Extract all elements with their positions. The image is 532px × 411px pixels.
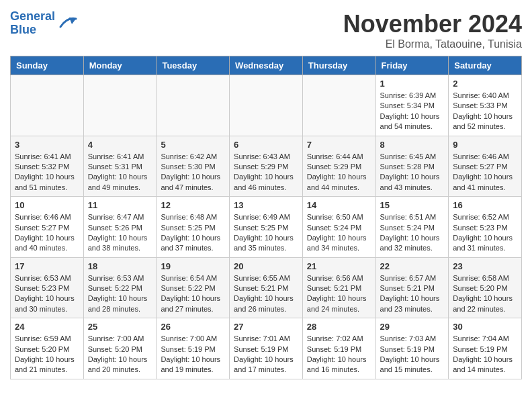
day-number: 10	[15, 200, 79, 210]
day-info: Sunrise: 6:59 AMSunset: 5:20 PMDaylight:…	[15, 334, 79, 375]
day-info: Sunrise: 6:46 AMSunset: 5:27 PMDaylight:…	[453, 152, 517, 193]
day-info: Sunrise: 6:52 AMSunset: 5:23 PMDaylight:…	[453, 212, 517, 254]
calendar-cell: 15Sunrise: 6:51 AMSunset: 5:24 PMDayligh…	[375, 197, 449, 258]
calendar-week-row: 3Sunrise: 6:41 AMSunset: 5:32 PMDaylight…	[11, 136, 522, 197]
day-info: Sunrise: 6:44 AMSunset: 5:29 PMDaylight:…	[307, 152, 371, 193]
day-info: Sunrise: 7:04 AMSunset: 5:19 PMDaylight:…	[453, 334, 517, 375]
day-number: 20	[234, 261, 298, 271]
day-number: 17	[15, 261, 79, 271]
day-info: Sunrise: 6:39 AMSunset: 5:34 PMDaylight:…	[380, 91, 445, 132]
calendar-cell: 3Sunrise: 6:41 AMSunset: 5:32 PMDaylight…	[11, 136, 84, 197]
calendar-week-row: 17Sunrise: 6:53 AMSunset: 5:23 PMDayligh…	[11, 257, 522, 318]
title-area: November 2024 El Borma, Tataouine, Tunis…	[343, 10, 522, 50]
calendar-cell: 14Sunrise: 6:50 AMSunset: 5:24 PMDayligh…	[302, 197, 375, 258]
day-info: Sunrise: 6:43 AMSunset: 5:29 PMDaylight:…	[234, 152, 298, 193]
calendar-cell: 1Sunrise: 6:39 AMSunset: 5:34 PMDaylight…	[375, 75, 449, 136]
calendar-cell: 9Sunrise: 6:46 AMSunset: 5:27 PMDaylight…	[449, 136, 522, 197]
day-number: 9	[453, 140, 517, 150]
day-number: 3	[15, 140, 79, 150]
day-info: Sunrise: 6:53 AMSunset: 5:22 PMDaylight:…	[88, 273, 152, 315]
weekday-header: Thursday	[302, 56, 375, 75]
calendar-cell: 30Sunrise: 7:04 AMSunset: 5:19 PMDayligh…	[449, 318, 522, 379]
day-info: Sunrise: 7:03 AMSunset: 5:19 PMDaylight:…	[380, 334, 445, 375]
day-number: 27	[234, 322, 298, 332]
day-info: Sunrise: 6:46 AMSunset: 5:27 PMDaylight:…	[15, 212, 79, 254]
day-info: Sunrise: 6:57 AMSunset: 5:21 PMDaylight:…	[380, 273, 445, 315]
day-info: Sunrise: 6:42 AMSunset: 5:30 PMDaylight:…	[161, 152, 225, 193]
calendar-cell: 10Sunrise: 6:46 AMSunset: 5:27 PMDayligh…	[11, 197, 84, 258]
day-info: Sunrise: 6:51 AMSunset: 5:24 PMDaylight:…	[380, 212, 445, 254]
day-number: 24	[15, 322, 79, 332]
day-number: 5	[161, 140, 225, 150]
calendar-cell: 24Sunrise: 6:59 AMSunset: 5:20 PMDayligh…	[11, 318, 84, 379]
calendar-cell: 8Sunrise: 6:45 AMSunset: 5:28 PMDaylight…	[375, 136, 449, 197]
day-info: Sunrise: 6:53 AMSunset: 5:23 PMDaylight:…	[15, 273, 79, 315]
day-info: Sunrise: 6:58 AMSunset: 5:20 PMDaylight:…	[453, 273, 517, 315]
day-info: Sunrise: 6:49 AMSunset: 5:25 PMDaylight:…	[234, 212, 298, 254]
day-info: Sunrise: 7:02 AMSunset: 5:19 PMDaylight:…	[307, 334, 371, 375]
calendar-cell: 22Sunrise: 6:57 AMSunset: 5:21 PMDayligh…	[375, 257, 449, 318]
calendar-week-row: 10Sunrise: 6:46 AMSunset: 5:27 PMDayligh…	[11, 197, 522, 258]
day-number: 8	[380, 140, 445, 150]
day-number: 16	[453, 200, 517, 210]
day-info: Sunrise: 6:50 AMSunset: 5:24 PMDaylight:…	[307, 212, 371, 254]
calendar-cell: 23Sunrise: 6:58 AMSunset: 5:20 PMDayligh…	[449, 257, 522, 318]
calendar-cell	[157, 75, 230, 136]
calendar-cell: 25Sunrise: 7:00 AMSunset: 5:20 PMDayligh…	[83, 318, 157, 379]
weekday-header: Tuesday	[157, 56, 230, 75]
calendar-cell	[83, 75, 157, 136]
day-number: 28	[307, 322, 371, 332]
day-number: 19	[161, 261, 225, 271]
day-number: 18	[88, 261, 152, 271]
calendar-cell: 7Sunrise: 6:44 AMSunset: 5:29 PMDaylight…	[302, 136, 375, 197]
day-info: Sunrise: 7:00 AMSunset: 5:19 PMDaylight:…	[161, 334, 225, 375]
calendar-cell	[230, 75, 303, 136]
day-number: 1	[380, 79, 445, 89]
calendar-cell: 6Sunrise: 6:43 AMSunset: 5:29 PMDaylight…	[230, 136, 303, 197]
calendar-table: SundayMondayTuesdayWednesdayThursdayFrid…	[10, 56, 522, 379]
day-info: Sunrise: 6:45 AMSunset: 5:28 PMDaylight:…	[380, 152, 445, 193]
calendar-cell: 26Sunrise: 7:00 AMSunset: 5:19 PMDayligh…	[157, 318, 230, 379]
calendar-cell: 16Sunrise: 6:52 AMSunset: 5:23 PMDayligh…	[449, 197, 522, 258]
calendar-cell: 11Sunrise: 6:47 AMSunset: 5:26 PMDayligh…	[83, 197, 157, 258]
calendar-cell: 19Sunrise: 6:54 AMSunset: 5:22 PMDayligh…	[157, 257, 230, 318]
weekday-header: Saturday	[449, 56, 522, 75]
location: El Borma, Tataouine, Tunisia	[343, 38, 522, 50]
calendar-cell	[302, 75, 375, 136]
calendar-week-row: 24Sunrise: 6:59 AMSunset: 5:20 PMDayligh…	[11, 318, 522, 379]
day-number: 23	[453, 261, 517, 271]
calendar-header-row: SundayMondayTuesdayWednesdayThursdayFrid…	[11, 56, 522, 75]
day-number: 13	[234, 200, 298, 210]
calendar-cell: 21Sunrise: 6:56 AMSunset: 5:21 PMDayligh…	[302, 257, 375, 318]
day-info: Sunrise: 6:47 AMSunset: 5:26 PMDaylight:…	[88, 212, 152, 254]
day-info: Sunrise: 7:01 AMSunset: 5:19 PMDaylight:…	[234, 334, 298, 375]
calendar-cell: 5Sunrise: 6:42 AMSunset: 5:30 PMDaylight…	[157, 136, 230, 197]
weekday-header: Monday	[83, 56, 157, 75]
day-number: 6	[234, 140, 298, 150]
logo-text: GeneralBlue	[10, 10, 55, 37]
day-info: Sunrise: 7:00 AMSunset: 5:20 PMDaylight:…	[88, 334, 152, 375]
calendar-cell: 20Sunrise: 6:55 AMSunset: 5:21 PMDayligh…	[230, 257, 303, 318]
day-info: Sunrise: 6:40 AMSunset: 5:33 PMDaylight:…	[453, 91, 517, 132]
day-number: 21	[307, 261, 371, 271]
calendar-cell	[11, 75, 84, 136]
day-number: 7	[307, 140, 371, 150]
day-info: Sunrise: 6:41 AMSunset: 5:31 PMDaylight:…	[88, 152, 152, 193]
weekday-header: Wednesday	[230, 56, 303, 75]
day-number: 14	[307, 200, 371, 210]
calendar-cell: 4Sunrise: 6:41 AMSunset: 5:31 PMDaylight…	[83, 136, 157, 197]
calendar-cell: 29Sunrise: 7:03 AMSunset: 5:19 PMDayligh…	[375, 318, 449, 379]
day-info: Sunrise: 6:54 AMSunset: 5:22 PMDaylight:…	[161, 273, 225, 315]
calendar-cell: 28Sunrise: 7:02 AMSunset: 5:19 PMDayligh…	[302, 318, 375, 379]
calendar-cell: 13Sunrise: 6:49 AMSunset: 5:25 PMDayligh…	[230, 197, 303, 258]
day-info: Sunrise: 6:41 AMSunset: 5:32 PMDaylight:…	[15, 152, 79, 193]
calendar-week-row: 1Sunrise: 6:39 AMSunset: 5:34 PMDaylight…	[11, 75, 522, 136]
day-number: 29	[380, 322, 445, 332]
day-number: 4	[88, 140, 152, 150]
day-number: 12	[161, 200, 225, 210]
day-number: 2	[453, 79, 517, 89]
day-info: Sunrise: 6:55 AMSunset: 5:21 PMDaylight:…	[234, 273, 298, 315]
day-number: 11	[88, 200, 152, 210]
day-number: 26	[161, 322, 225, 332]
day-number: 15	[380, 200, 445, 210]
